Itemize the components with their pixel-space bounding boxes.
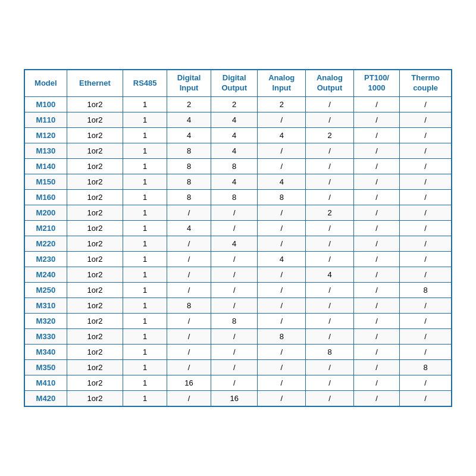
header-row: ModelEthernetRS485DigitalInputDigitalOut… [24, 70, 452, 96]
table-cell-4-7: / [353, 158, 399, 174]
table-cell-17-7: / [353, 359, 399, 375]
table-cell-10-3: / [167, 251, 211, 267]
table-cell-4-3: 8 [167, 158, 211, 174]
table-row: M3201or21/8//// [24, 313, 452, 328]
table-cell-0-2: 1 [123, 96, 167, 112]
table-cell-14-8: / [400, 313, 452, 328]
table-cell-3-4: 4 [211, 143, 257, 158]
table-cell-15-0: M330 [24, 328, 67, 344]
table-row: M2501or21/////8 [24, 282, 452, 298]
table-cell-19-5: / [258, 390, 306, 406]
table-cell-8-4: / [211, 220, 257, 236]
table-cell-9-4: 4 [211, 236, 257, 251]
table-cell-15-7: / [353, 328, 399, 344]
table-cell-2-5: 4 [258, 127, 306, 143]
table-cell-14-0: M320 [24, 313, 67, 328]
table-cell-17-1: 1or2 [67, 359, 123, 375]
table-cell-2-4: 4 [211, 127, 257, 143]
table-cell-17-3: / [167, 359, 211, 375]
table-body: M1001or21222///M1101or2144////M1201or214… [24, 96, 452, 406]
table-cell-7-7: / [353, 205, 399, 220]
table-cell-11-3: / [167, 267, 211, 282]
table-cell-11-2: 1 [123, 267, 167, 282]
header-cell-8: Thermocouple [400, 70, 452, 96]
table-cell-1-0: M110 [24, 112, 67, 127]
table-cell-5-7: / [353, 174, 399, 189]
table-cell-14-3: / [167, 313, 211, 328]
table-cell-15-4: / [211, 328, 257, 344]
table-cell-1-6: / [306, 112, 354, 127]
header-cell-4: DigitalOutput [211, 70, 257, 96]
table-cell-3-5: / [258, 143, 306, 158]
table-cell-4-8: / [400, 158, 452, 174]
table-row: M3301or21//8/// [24, 328, 452, 344]
table-cell-9-7: / [353, 236, 399, 251]
table-cell-19-6: / [306, 390, 354, 406]
table-cell-16-8: / [400, 344, 452, 359]
table-cell-13-5: / [258, 298, 306, 313]
table-cell-13-0: M310 [24, 298, 67, 313]
table-cell-13-2: 1 [123, 298, 167, 313]
table-cell-0-7: / [353, 96, 399, 112]
table-cell-10-1: 1or2 [67, 251, 123, 267]
table-cell-13-6: / [306, 298, 354, 313]
table-cell-8-1: 1or2 [67, 220, 123, 236]
table-cell-8-2: 1 [123, 220, 167, 236]
header-cell-1: Ethernet [67, 70, 123, 96]
table-cell-14-1: 1or2 [67, 313, 123, 328]
table-cell-19-4: 16 [211, 390, 257, 406]
table-row: M1101or2144//// [24, 112, 452, 127]
table-cell-14-6: / [306, 313, 354, 328]
table-cell-18-1: 1or2 [67, 375, 123, 390]
table-cell-16-3: / [167, 344, 211, 359]
table-cell-5-0: M150 [24, 174, 67, 189]
table-cell-15-2: 1 [123, 328, 167, 344]
table-row: M3101or218///// [24, 298, 452, 313]
table-row: M1201or214442// [24, 127, 452, 143]
table-cell-9-0: M220 [24, 236, 67, 251]
table-cell-14-4: 8 [211, 313, 257, 328]
table-row: M1401or2188//// [24, 158, 452, 174]
table-cell-14-7: / [353, 313, 399, 328]
page-container: ModelEthernetRS485DigitalInputDigitalOut… [12, 57, 464, 419]
table-cell-18-4: / [211, 375, 257, 390]
table-row: M4201or21/16//// [24, 390, 452, 406]
header-cell-2: RS485 [123, 70, 167, 96]
table-cell-10-5: 4 [258, 251, 306, 267]
table-cell-12-8: 8 [400, 282, 452, 298]
table-cell-7-4: / [211, 205, 257, 220]
table-cell-12-7: / [353, 282, 399, 298]
table-row: M2201or21/4//// [24, 236, 452, 251]
table-cell-16-6: 8 [306, 344, 354, 359]
table-cell-6-1: 1or2 [67, 189, 123, 205]
table-cell-9-3: / [167, 236, 211, 251]
table-cell-10-8: / [400, 251, 452, 267]
table-cell-17-5: / [258, 359, 306, 375]
table-cell-8-5: / [258, 220, 306, 236]
table-cell-1-7: / [353, 112, 399, 127]
table-cell-6-2: 1 [123, 189, 167, 205]
table-cell-14-5: / [258, 313, 306, 328]
table-cell-0-4: 2 [211, 96, 257, 112]
table-cell-6-4: 8 [211, 189, 257, 205]
table-cell-19-8: / [400, 390, 452, 406]
table-cell-5-3: 8 [167, 174, 211, 189]
table-cell-4-2: 1 [123, 158, 167, 174]
table-cell-0-3: 2 [167, 96, 211, 112]
table-cell-12-6: / [306, 282, 354, 298]
table-cell-7-5: / [258, 205, 306, 220]
table-cell-16-2: 1 [123, 344, 167, 359]
header-cell-7: PT100/1000 [353, 70, 399, 96]
table-cell-18-3: 16 [167, 375, 211, 390]
table-row: M2301or21//4/// [24, 251, 452, 267]
table-cell-19-1: 1or2 [67, 390, 123, 406]
table-cell-13-8: / [400, 298, 452, 313]
table-cell-15-8: / [400, 328, 452, 344]
table-cell-2-1: 1or2 [67, 127, 123, 143]
table-cell-5-5: 4 [258, 174, 306, 189]
table-cell-8-6: / [306, 220, 354, 236]
table-cell-6-6: / [306, 189, 354, 205]
table-cell-3-0: M130 [24, 143, 67, 158]
table-cell-7-8: / [400, 205, 452, 220]
table-cell-7-3: / [167, 205, 211, 220]
